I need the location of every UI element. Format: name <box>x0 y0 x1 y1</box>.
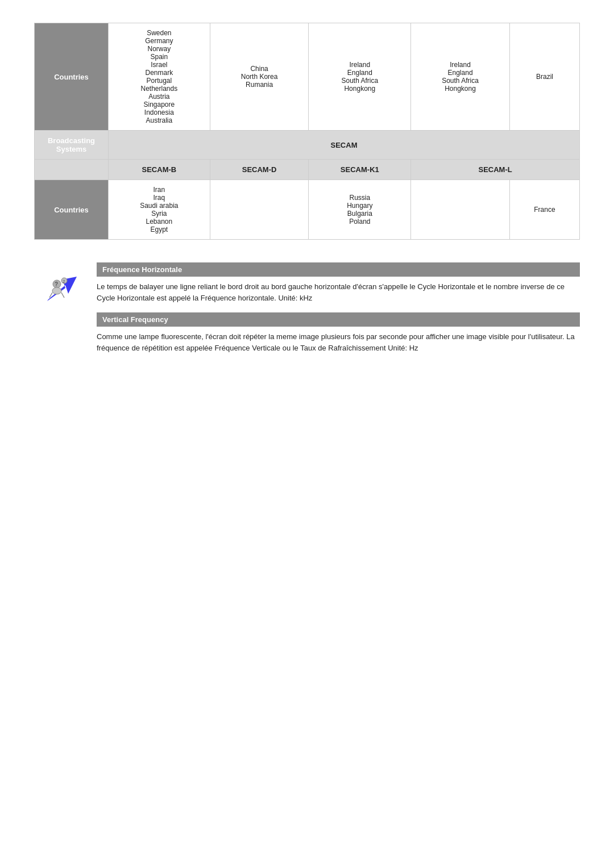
pal-countries-row: Countries Sweden Germany Norway Spain Is… <box>35 23 580 131</box>
row3-col3: Russia Hungary Bulgaria Poland <box>309 180 411 240</box>
secam-sub-blank <box>35 160 109 180</box>
row1-col3: Ireland England South Africa Hongkong <box>309 23 411 131</box>
vertical-frequency-text: Comme une lampe fluorescente, l'écran do… <box>97 331 580 353</box>
broadcast-table: Countries Sweden Germany Norway Spain Is… <box>34 23 580 240</box>
row3-col2 <box>210 180 309 240</box>
row1-col5: Brazil <box>509 23 579 131</box>
frequence-horizontale-title: Fréquence Horizontale <box>97 262 580 277</box>
secam-countries-row: Countries Iran Iraq Saudi arabia Syria L… <box>35 180 580 240</box>
row1-col1: Sweden Germany Norway Spain Israel Denma… <box>109 23 210 131</box>
secam-b-header: SECAM-B <box>109 160 210 180</box>
secam-main-header: SECAM <box>109 131 580 160</box>
broadcasting-systems-row: Broadcasting Systems SECAM <box>35 131 580 160</box>
secam-l-header: SECAM-L <box>411 160 580 180</box>
row3-col4 <box>411 180 510 240</box>
frequence-horizontale-text: Le temps de balayer une ligne reliant le… <box>97 281 580 303</box>
row1-col2: China North Korea Rumania <box>210 23 309 131</box>
svg-text:2: 2 <box>63 279 65 284</box>
row1-header: Countries <box>35 23 109 131</box>
secam-subheader-row: SECAM-B SECAM-D SECAM-K1 SECAM-L <box>35 160 580 180</box>
decorative-icon: ? 2 <box>37 268 82 314</box>
row3-header: Countries <box>35 180 109 240</box>
svg-point-5 <box>52 287 61 294</box>
row3-col1: Iran Iraq Saudi arabia Syria Lebanon Egy… <box>109 180 210 240</box>
info-section: ? 2 Fréquence Horizontale Le temps de ba… <box>34 262 580 362</box>
row3-col5: France <box>509 180 579 240</box>
secam-k1-header: SECAM-K1 <box>309 160 411 180</box>
vertical-frequency-block: Vertical Frequency Comme une lampe fluor… <box>97 312 580 353</box>
frequence-horizontale-block: Fréquence Horizontale Le temps de balaye… <box>97 262 580 303</box>
info-text-content: Fréquence Horizontale Le temps de balaye… <box>97 262 580 362</box>
info-icon-area: ? 2 <box>34 262 85 314</box>
svg-line-7 <box>61 293 64 298</box>
svg-text:?: ? <box>55 281 58 287</box>
row1-col4: Ireland England South Africa Hongkong <box>411 23 510 131</box>
vertical-frequency-title: Vertical Frequency <box>97 312 580 327</box>
row2-header: Broadcasting Systems <box>35 131 109 160</box>
secam-d-header: SECAM-D <box>210 160 309 180</box>
